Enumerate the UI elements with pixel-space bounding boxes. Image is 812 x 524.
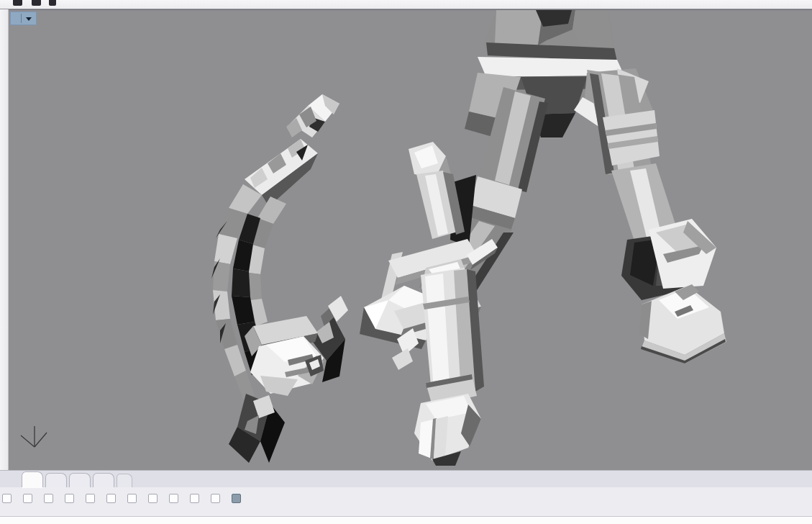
top-toolbar[interactable] <box>0 0 812 9</box>
add-viewport-tab-button[interactable] <box>117 474 132 487</box>
toolbar-icon-fragment <box>32 0 41 6</box>
model-braid-arm[interactable] <box>211 94 348 463</box>
osnap-disable <box>232 494 245 503</box>
tab-perspective[interactable] <box>22 471 43 487</box>
osnap-perpendicular-checkbox[interactable] <box>106 494 116 503</box>
command-area[interactable] <box>0 509 812 524</box>
rhino-window <box>0 0 812 524</box>
osnap-vertex-checkbox[interactable] <box>190 494 199 503</box>
osnap-disable-checkbox[interactable] <box>232 494 241 503</box>
osnap-midpoint-checkbox[interactable] <box>44 494 53 503</box>
toolbar-icon-fragment <box>13 0 22 6</box>
osnap-quadrant <box>148 494 161 503</box>
divider <box>21 14 22 23</box>
osnap-perpendicular <box>106 494 119 503</box>
toolbar-icon-fragment <box>49 0 56 6</box>
osnap-vertex <box>190 494 203 503</box>
viewport-title-dropdown[interactable] <box>10 12 37 25</box>
axis-gizmo <box>21 426 47 447</box>
tab-front[interactable] <box>69 473 91 487</box>
osnap-project-checkbox[interactable] <box>211 494 220 503</box>
osnap-tangent-checkbox[interactable] <box>127 494 137 503</box>
osnap-tangent <box>127 494 140 503</box>
viewport-tabs-bar <box>0 470 812 487</box>
tab-right[interactable] <box>93 473 114 487</box>
osnap-midpoint <box>44 494 57 503</box>
perspective-viewport[interactable] <box>9 9 812 470</box>
osnap-quadrant-checkbox[interactable] <box>148 494 158 503</box>
osnap-toolbar <box>0 487 812 509</box>
osnap-nearest <box>2 494 15 503</box>
osnap-knot-checkbox[interactable] <box>169 494 178 503</box>
tab-top[interactable] <box>45 473 67 487</box>
3d-model-low-poly-character[interactable] <box>9 10 812 470</box>
osnap-project <box>211 494 224 503</box>
left-toolbar[interactable] <box>0 9 9 470</box>
osnap-point <box>23 494 36 503</box>
command-surface <box>0 516 812 524</box>
osnap-intersection <box>86 494 99 503</box>
osnap-knot <box>169 494 182 503</box>
osnap-nearest-checkbox[interactable] <box>2 494 12 503</box>
osnap-point-checkbox[interactable] <box>23 494 32 503</box>
osnap-intersection-checkbox[interactable] <box>86 494 95 503</box>
osnap-center-checkbox[interactable] <box>65 494 74 503</box>
chevron-down-icon[interactable] <box>26 17 32 21</box>
osnap-center <box>65 494 78 503</box>
